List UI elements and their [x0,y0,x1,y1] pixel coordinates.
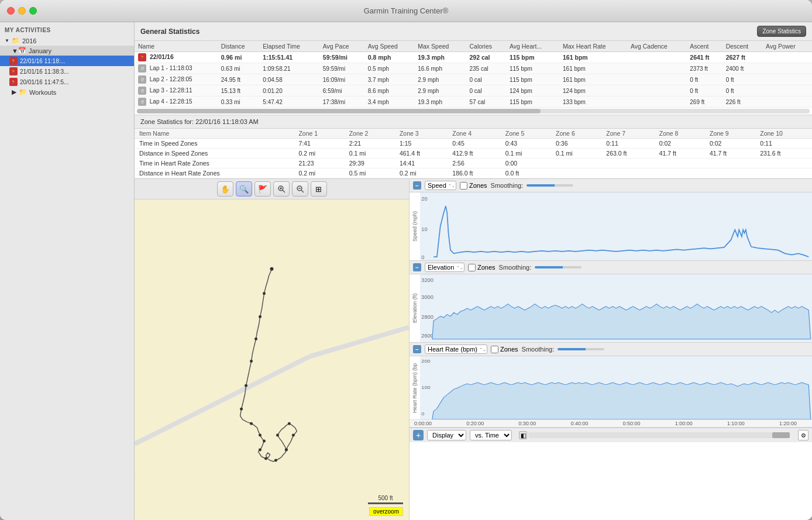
svg-text:0: 0 [421,254,424,260]
speed-zones-input[interactable] [460,182,467,190]
sidebar-month[interactable]: ▼ 📅 January [0,46,134,56]
lap-row-2[interactable]: ⏱ Lap 3 - 12:28:11 15.13 ft 0:01.20 6:59… [135,85,812,97]
map-tool-crosshair[interactable]: ⊞ [311,181,327,197]
time-label-3: 0:40:00 [570,421,588,426]
map-tool-hand[interactable]: ✋ [217,181,233,197]
heart-rate-zones-input[interactable] [491,346,498,353]
zone-stats-section: Zone Statistics for: 22/01/16 11:18:03 A… [135,115,812,179]
svg-point-21 [264,457,267,460]
speed-smoothing-slider[interactable] [527,184,573,187]
lap1-avg-cadence [627,74,686,85]
elevation-chart-header: − Elevation Zones Smoothing: [410,261,812,274]
lap3-max-speed: 19.3 mph [414,97,466,108]
z-ht-6 [551,159,601,168]
scroll-left-icon[interactable]: ◧ [519,431,527,439]
zone-col-5: Zone 5 [501,129,551,139]
lap3-name: ⏱ Lap 4 - 12:28:15 [135,97,218,108]
time-label-4: 0:50:00 [623,421,641,426]
chart-settings-icon[interactable]: ⚙ [798,430,808,440]
activity-icon-0: 🏃 [9,57,18,65]
lap-row-3[interactable]: ⏱ Lap 4 - 12:28:15 0.33 mi 5:47.42 17:38… [135,97,812,108]
lap0-name: ⏱ Lap 1 - 11:18:03 [135,63,218,74]
zone-row-speed-time: Time in Speed Zones 7:41 2:21 1:15 0:45 … [135,139,812,149]
zone-row-hr-time: Time in Heart Rate Zones 21:23 29:39 14:… [135,159,812,168]
map-tool-zoom-in-2[interactable] [273,181,290,197]
minimize-button[interactable] [18,7,26,15]
sidebar-workouts-label: Workouts [29,89,56,96]
sidebar: MY ACTIVITIES ▼ 📁 2016 ▼ 📅 January 🏃 22/… [0,22,135,520]
speed-chart-minimize[interactable]: − [413,181,421,190]
main-activity-row[interactable]: 🏃 22/01/16 0.96 mi 1:15:51.41 59:59/mi 0… [135,52,812,63]
main-calories: 292 cal [466,52,506,63]
lap3-descent: 226 ft [722,97,762,108]
lap1-max-heart: 161 bpm [559,74,627,85]
z-ht-10 [755,159,812,168]
map-scale-bar [368,502,403,504]
app-window: Garmin Training Center® MY ACTIVITIES ▼ … [0,0,812,520]
speed-chart-select[interactable]: Speed [425,181,456,190]
lap1-calories: 0 cal [466,74,506,85]
general-stats-scrollbar[interactable] [137,109,810,113]
maximize-button[interactable] [29,7,37,15]
lap3-max-heart: 133 bpm [559,97,627,108]
main-content: MY ACTIVITIES ▼ 📁 2016 ▼ 📅 January 🏃 22/… [0,22,812,520]
z-sd-9: 41.7 ft [705,149,755,159]
svg-point-18 [259,434,262,437]
col-avg-power: Avg Power [762,41,812,52]
sidebar-workouts[interactable]: ▶ 📁 Workouts [0,87,134,97]
elevation-chart-select[interactable]: Elevation [425,263,465,272]
sidebar-activity-0[interactable]: 🏃 22/01/16 11:18:... [0,56,134,66]
sidebar-activity-label-0: 22/01/16 11:18:... [20,58,66,64]
heart-rate-chart-container: − Heart Rate (bpm) Zones Smoothing: [410,343,812,428]
lap3-calories: 57 cal [466,97,506,108]
zone-row-speed-dist: Distance in Speed Zones 0.2 mi 0.1 mi 46… [135,149,812,159]
map-tool-zoom-in[interactable]: 🔍 [236,181,252,197]
workouts-folder-icon: 📁 [19,88,27,96]
col-distance: Distance [218,41,260,52]
year-icon: 📁 [12,37,20,44]
elevation-zones-input[interactable] [468,264,476,271]
col-name: Name [135,41,218,52]
svg-line-1 [283,190,285,192]
close-button[interactable] [7,7,15,15]
elevation-chart-body: Elevation (ft) 3200 3000 2800 2600 [410,274,812,342]
chart-scrollbar[interactable]: ◧ [519,431,791,439]
lap-row-1[interactable]: ⏱ Lap 2 - 12:28:05 24.95 ft 0:04.58 16:0… [135,74,812,85]
lap3-avg-power [762,97,812,108]
lap0-avg-speed: 0.5 mph [364,63,415,74]
svg-point-16 [240,408,243,411]
main-distance: 0.96 mi [218,52,260,63]
main-avg-heart: 115 bpm [506,52,559,63]
heart-rate-smoothing-slider[interactable] [558,348,604,350]
z-sd-8: 41.7 ft [655,149,705,159]
lap0-descent: 2400 ft [722,63,762,74]
sidebar-activity-2[interactable]: 🏃 20/01/16 11:47:5... [0,77,134,87]
sidebar-year[interactable]: ▼ 📁 2016 [0,36,134,46]
z-hd-9 [705,168,755,178]
z-st-9: 0:02 [705,139,755,149]
heart-rate-chart-minimize[interactable]: − [413,345,421,353]
lap-row-0[interactable]: ⏱ Lap 1 - 11:18:03 0.63 mi 1:09:58.21 59… [135,63,812,74]
lap3-ascent: 269 ft [686,97,722,108]
add-chart-button[interactable]: + [413,430,424,440]
zone-stats-button[interactable]: Zone Statistics [757,26,806,37]
z-sd-2: 0.1 mi [345,149,395,159]
z-ht-4: 2:56 [448,159,500,168]
sidebar-activity-1[interactable]: 🏃 21/01/16 11:38:3... [0,66,134,77]
svg-point-26 [292,434,295,437]
lap0-avg-cadence [627,63,686,74]
elevation-smoothing-label: Smoothing: [499,264,532,271]
col-calories: Calories [466,41,506,52]
elevation-chart-minimize[interactable]: − [413,263,421,271]
display-select[interactable]: Display [427,430,466,440]
right-panel: General Statistics Zone Statistics Name … [135,22,812,520]
map-tool-zoom-out[interactable] [292,181,308,197]
lap2-ascent: 0 ft [686,85,722,97]
heart-rate-chart-select[interactable]: Heart Rate (bpm) [425,345,487,354]
heart-rate-select-wrapper: Heart Rate (bpm) [425,345,487,354]
map-tool-flag[interactable]: 🚩 [254,181,271,197]
lap3-avg-speed: 3.4 mph [364,97,415,108]
lower-section: ✋ 🔍 🚩 ⊞ [135,179,812,520]
vs-time-select[interactable]: vs. Time [470,430,512,440]
elevation-smoothing-slider[interactable] [535,266,582,268]
